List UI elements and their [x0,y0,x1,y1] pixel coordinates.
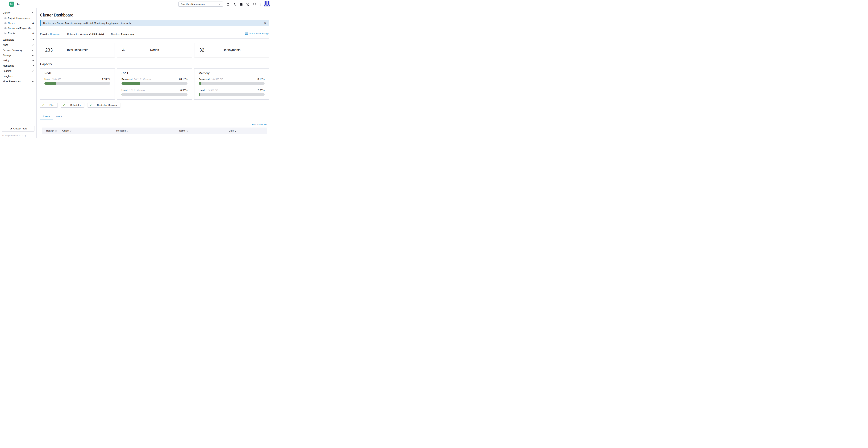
column-label: Object [62,129,69,132]
capacity-gauge: Reserved 54.11 / 192 cores 28.18% [122,78,187,85]
sidebar-group-storage[interactable]: Storage [0,53,36,58]
progress-bar [198,82,265,85]
status-badge-label: Scheduler [67,104,84,106]
cluster-name[interactable]: ha... [17,3,22,5]
close-icon[interactable]: ✕ [264,22,266,25]
gauge-percent: 2.39% [257,89,265,92]
gear-icon: ⚙ [9,127,12,130]
sidebar-item-count: 0 [32,32,34,35]
top-nav: ha... Only User Namespaces [0,0,272,8]
gauge-label: Reserved [122,78,132,81]
stat-value: 4 [122,47,125,53]
stat-card-nodes: 4 Nodes [117,43,192,57]
sidebar-group-service-discovery[interactable]: Service Discovery [0,47,36,53]
column-header-name[interactable]: Name [179,129,229,132]
column-header-reason[interactable]: Reason [42,129,62,132]
harvester-logo[interactable] [9,2,14,7]
sidebar-group-apps[interactable]: Apps [0,42,36,47]
events-tabs: Events Alerts [40,114,269,120]
cluster-tools-button[interactable]: ⚙ Cluster Tools [2,126,35,131]
capacity-card-title: Memory [198,71,265,75]
sidebar-group-more-resources[interactable]: More Resources [0,79,36,84]
sidebar-group-label: Longhorn [3,75,13,77]
sidebar-item-events[interactable]: Events 0 [0,31,36,36]
full-events-list-link[interactable]: Full events list [252,123,267,126]
column-label: Reason [46,129,54,132]
gauge-label: Used [198,89,205,92]
search-icon[interactable] [253,3,256,6]
sidebar-item-label: Cluster and Project Members [8,27,32,30]
sort-icon [186,130,188,132]
sidebar-group-longhorn[interactable]: Longhorn [0,73,36,79]
capacity-card-cpu: CPU Reserved 54.11 / 192 cores 28.18% Us… [117,68,192,100]
gauge-detail: 1.02 / 192 cores [129,89,145,92]
page-title: Cluster Dashboard [40,13,269,18]
column-header-message[interactable]: Message [116,129,179,132]
check-icon: ✓ [40,104,46,106]
progress-fill [198,82,201,85]
sidebar-group-label: Policy [3,59,9,62]
provider-link[interactable]: Harvester [50,33,60,35]
column-header-date[interactable]: Date [229,129,267,132]
menu-icon[interactable] [3,2,6,6]
capacity-card-pods: Pods Used 139 / 800 17.38% [40,68,115,100]
copy-kubeconfig-icon[interactable] [246,3,249,6]
tab-events[interactable]: Events [40,114,53,120]
capacity-card-title: Pods [44,71,111,75]
badge-icon [245,32,248,35]
capacity-gauge: Used 12 / 503 GiB 2.39% [198,89,265,96]
chevron-down-icon [32,70,34,72]
cluster-meta-row: Provider: Harvester Kubernetes Version: … [40,32,269,35]
events-panel: Events Alerts Full events list Reason Ob… [40,114,269,138]
events-table: Reason Object Message Name [42,128,267,138]
capacity-card-memory: Memory Reserved 16 / 503 GiB 3.18% Used … [194,68,269,100]
capacity-gauge: Used 1.02 / 192 cores 0.53% [122,89,187,96]
column-label: Name [179,129,186,132]
status-badge-label: Etcd [46,104,57,106]
column-header-object[interactable]: Object [62,129,116,132]
stat-card-total-resources: 233 Total Resources [40,43,115,57]
version-text: v2.7.6 (Harvester-v1.2.0) [2,134,26,137]
chevron-down-icon [32,55,34,56]
sidebar-group-monitoring[interactable]: Monitoring [0,63,36,68]
stat-value: 233 [45,47,53,53]
sidebar-group-policy[interactable]: Policy [0,58,36,63]
import-yaml-icon[interactable] [226,3,230,6]
sidebar-group-label: Storage [3,54,11,57]
progress-fill [122,82,140,85]
stat-label: Deployments [223,48,241,52]
namespace-filter-select[interactable]: Only User Namespaces [179,2,223,7]
gauge-percent: 3.18% [257,78,265,81]
globe-icon [4,22,7,24]
kubectl-shell-icon[interactable] [233,3,237,6]
column-label: Date [229,129,234,132]
stat-label: Total Resources [66,48,88,52]
add-cluster-badge-link[interactable]: Add Cluster Badge [245,32,269,35]
events-table-body [42,134,267,138]
progress-fill [122,93,122,96]
capacity-row: Pods Used 139 / 800 17.38% CPU [40,68,269,100]
component-status-row: ✓ Etcd ✓ Scheduler ✓ Controller Manager [40,103,269,107]
sidebar-item-cluster-members[interactable]: Cluster and Project Members [0,26,36,31]
sidebar-item-projects-namespaces[interactable]: Projects/Namespaces [0,15,36,21]
chevron-down-icon [219,3,221,5]
progress-fill [198,93,200,96]
stats-row: 233 Total Resources 4 Nodes 32 Deploymen… [40,43,269,57]
sidebar-group-workloads[interactable]: Workloads [0,37,36,42]
kebab-menu-icon[interactable] [260,3,260,6]
harvester-logo-glyph [10,2,13,6]
progress-fill [44,82,56,85]
tab-alerts[interactable]: Alerts [53,114,66,120]
sidebar-group-label: Monitoring [3,64,14,67]
column-label: Message [116,129,126,132]
stat-label: Nodes [150,48,159,52]
user-avatar[interactable] [264,1,270,7]
sidebar: Cluster Projects/Namespaces Nodes 4 [0,8,37,138]
sidebar-item-nodes[interactable]: Nodes 4 [0,21,36,26]
chevron-down-icon [32,39,34,40]
download-kubeconfig-icon[interactable] [240,3,243,6]
chevron-down-icon [32,65,34,66]
status-badge-label: Controller Manager [94,104,120,106]
sidebar-group-cluster[interactable]: Cluster [0,10,36,15]
sidebar-group-logging[interactable]: Logging [0,68,36,73]
